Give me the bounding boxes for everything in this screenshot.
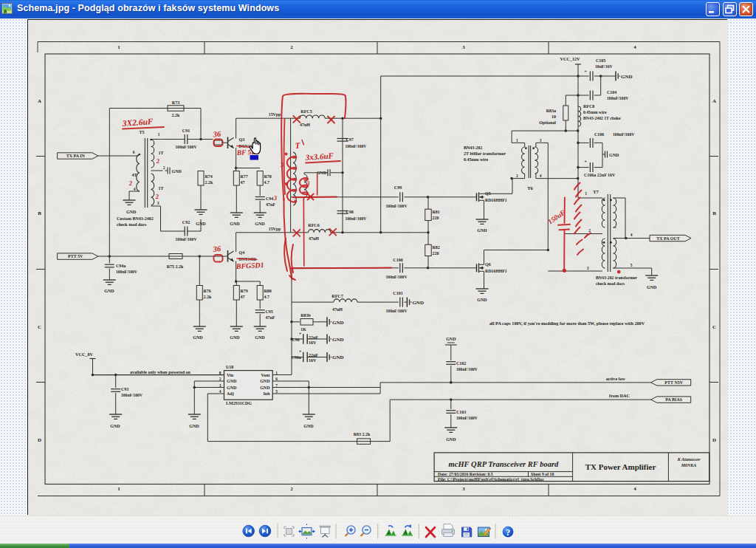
svg-text:16V: 16V <box>309 340 317 345</box>
svg-text:2: 2 <box>163 165 165 170</box>
svg-text:K Atanassov: K Atanassov <box>677 457 701 462</box>
svg-text:Q3: Q3 <box>239 137 245 142</box>
svg-text:check mod docs: check mod docs <box>596 281 625 286</box>
svg-text:GND: GND <box>446 337 456 341</box>
svg-text:GND: GND <box>104 289 114 293</box>
svg-text:from DAC: from DAC <box>609 393 630 398</box>
svg-text:C91: C91 <box>182 129 190 133</box>
svg-text:GND: GND <box>189 424 199 428</box>
svg-text:PTT N5V: PTT N5V <box>664 380 683 385</box>
svg-text:2.2k: 2.2k <box>204 295 213 299</box>
svg-text:check mod docs: check mod docs <box>117 222 147 227</box>
svg-text:RFC7: RFC7 <box>331 294 343 298</box>
svg-text:100nF/100V: 100nF/100V <box>607 96 629 100</box>
svg-text:100nF/100V: 100nF/100V <box>613 132 635 137</box>
svg-text:C94: C94 <box>266 196 273 201</box>
svg-text:File: C:\Projects\mcHF\pcb\rf: File: C:\Projects\mcHF\pcb\rf\Schematics… <box>438 477 544 482</box>
svg-text:C105: C105 <box>596 58 605 63</box>
svg-text:C96a: C96a <box>292 355 301 360</box>
svg-text:4: 4 <box>134 187 136 191</box>
svg-text:3: 3 <box>219 383 221 388</box>
svg-text:4T: 4T <box>131 173 137 177</box>
svg-text:4: 4 <box>630 233 633 237</box>
svg-text:GND: GND <box>332 337 344 343</box>
svg-text:C: C <box>712 324 716 330</box>
svg-text:2: 2 <box>290 486 293 492</box>
svg-text:R77: R77 <box>241 174 248 179</box>
svg-text:C101: C101 <box>393 291 402 295</box>
svg-text:GND: GND <box>332 320 344 326</box>
svg-text:T6: T6 <box>527 185 533 191</box>
svg-text:TX PA IN: TX PA IN <box>66 154 86 158</box>
svg-text:GND: GND <box>446 437 456 442</box>
svg-text:47uH: 47uH <box>309 236 319 241</box>
svg-text:PTT 5V: PTT 5V <box>68 254 83 258</box>
svg-text:GND: GND <box>255 222 265 226</box>
svg-text:A: A <box>38 98 41 104</box>
svg-text:1: 1 <box>275 371 278 375</box>
svg-text:R78: R78 <box>264 174 272 179</box>
svg-text:C97: C97 <box>346 137 354 142</box>
svg-text:Sheet 9 of 10: Sheet 9 of 10 <box>531 472 554 476</box>
svg-text:VCC_12V: VCC_12V <box>560 56 580 61</box>
svg-text:C106: C106 <box>594 132 604 137</box>
svg-text:+: + <box>584 69 587 74</box>
svg-text:GND: GND <box>227 386 237 390</box>
svg-text:Custom BN43-2402: Custom BN43-2402 <box>117 216 154 221</box>
svg-text:LM2931CDG: LM2931CDG <box>226 401 252 405</box>
svg-text:Adj: Adj <box>227 391 234 396</box>
svg-text:C100: C100 <box>393 258 402 262</box>
svg-text:8: 8 <box>219 371 221 375</box>
svg-text:R75 2.2k: R75 2.2k <box>167 264 184 269</box>
svg-text:C104: C104 <box>607 90 616 95</box>
svg-text:47: 47 <box>241 295 245 299</box>
svg-text:GND: GND <box>196 222 206 226</box>
svg-text:GND: GND <box>412 300 424 306</box>
svg-text:C92: C92 <box>182 220 190 225</box>
svg-text:GND: GND <box>110 424 120 428</box>
svg-text:R82: R82 <box>433 245 440 250</box>
svg-text:7: 7 <box>275 383 278 388</box>
svg-text:C95: C95 <box>266 309 273 314</box>
svg-text:1: 1 <box>117 44 120 50</box>
svg-text:R80: R80 <box>264 289 272 293</box>
svg-text:TX PA OUT: TX PA OUT <box>656 236 680 241</box>
svg-text:100nF/100V: 100nF/100V <box>176 237 197 242</box>
svg-text:+: + <box>584 159 587 164</box>
svg-text:active low: active low <box>606 376 626 381</box>
svg-text:T7: T7 <box>593 189 599 194</box>
svg-text:1: 1 <box>516 138 518 143</box>
svg-text:BN43-2402 1T choke: BN43-2402 1T choke <box>583 116 621 120</box>
svg-text:D: D <box>38 437 41 443</box>
svg-text:2.2k: 2.2k <box>205 180 214 185</box>
svg-text:all PA caps 100V, if you're mo: all PA caps 100V, if you're modding for … <box>489 321 645 326</box>
svg-text:100nF/100V: 100nF/100V <box>386 309 408 313</box>
svg-text:3: 3 <box>540 138 542 143</box>
svg-text:C103: C103 <box>456 410 466 414</box>
svg-text:GND: GND <box>303 424 314 428</box>
svg-text:RD16HHF1: RD16HHF1 <box>485 198 507 202</box>
svg-text:Date: 27/03/2016 Revision: Date: 27/03/2016 Revision: 0.5 <box>438 472 493 476</box>
svg-text:GND: GND <box>477 228 487 233</box>
svg-text:36: 36 <box>212 129 221 138</box>
svg-text:100nF/100V: 100nF/100V <box>386 275 408 279</box>
svg-text:4.7: 4.7 <box>264 180 270 185</box>
svg-text:GND: GND <box>230 335 240 340</box>
svg-text:RD16HHF1: RD16HHF1 <box>485 269 507 273</box>
svg-text:0.45mm wire: 0.45mm wire <box>464 157 489 162</box>
svg-text:T5: T5 <box>139 130 144 134</box>
svg-text:C: C <box>38 324 41 330</box>
svg-text:3: 3 <box>157 201 159 205</box>
svg-text:4.7: 4.7 <box>264 295 270 299</box>
svg-text:BN43-202: BN43-202 <box>464 145 482 150</box>
svg-text:R81: R81 <box>433 210 440 214</box>
svg-text:2T bifilar transformer: 2T bifilar transformer <box>464 151 506 156</box>
svg-text:?: ? <box>506 527 510 538</box>
svg-text:GND: GND <box>621 74 633 80</box>
svg-text:100nF/100V: 100nF/100V <box>346 216 367 221</box>
svg-text:C106a 22uF 16V: C106a 22uF 16V <box>584 173 616 177</box>
svg-text:3: 3 <box>462 486 465 492</box>
svg-text:TX Power Amplifier: TX Power Amplifier <box>585 462 656 471</box>
svg-text:3: 3 <box>462 44 465 50</box>
svg-text:Optional: Optional <box>539 120 556 125</box>
